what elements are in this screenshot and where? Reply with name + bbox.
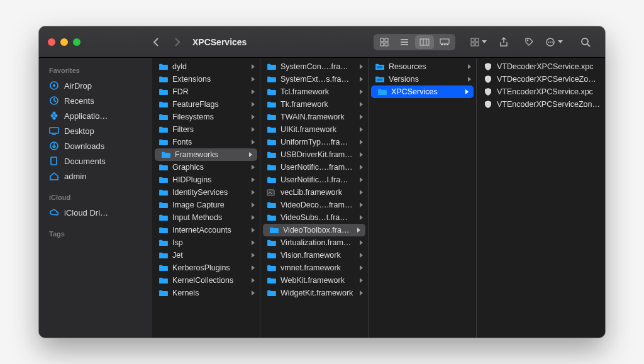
svg-rect-11 bbox=[441, 44, 443, 45]
list-item[interactable]: Virtualization.framework bbox=[260, 236, 368, 249]
back-button[interactable] bbox=[147, 34, 165, 50]
item-name: Virtualization.framework bbox=[280, 238, 353, 247]
item-name: Tk.framework bbox=[280, 100, 353, 109]
gallery-view-button[interactable] bbox=[435, 35, 454, 49]
sidebar-item[interactable]: admin bbox=[44, 168, 147, 184]
list-item[interactable]: WidgetKit.framework bbox=[260, 287, 368, 299]
list-item[interactable]: Vision.framework bbox=[260, 249, 368, 262]
list-item[interactable]: VideoToolbox.framework bbox=[263, 224, 365, 236]
svg-rect-13 bbox=[447, 44, 448, 45]
shield-icon bbox=[483, 87, 493, 96]
folder-icon bbox=[375, 75, 385, 84]
documents-icon bbox=[49, 156, 59, 166]
close-window-button[interactable] bbox=[48, 38, 55, 46]
list-item[interactable]: Kernels bbox=[152, 287, 260, 299]
list-item[interactable]: UIKit.framework bbox=[260, 123, 368, 136]
column[interactable]: VTDecoderXPCService.xpcVTDecoderXPCServi… bbox=[477, 58, 605, 338]
list-item[interactable]: Tcl.framework bbox=[260, 85, 368, 98]
list-item[interactable]: FeatureFlags bbox=[152, 98, 260, 111]
list-item[interactable]: WebKit.framework bbox=[260, 274, 368, 287]
item-name: FDR bbox=[172, 87, 245, 96]
list-item[interactable]: XPCServices bbox=[371, 85, 474, 98]
column[interactable]: ResourcesVersionsXPCServices bbox=[369, 58, 477, 338]
sidebar-item[interactable]: Documents bbox=[44, 153, 147, 168]
list-item[interactable]: SystemExt…s.framework bbox=[260, 73, 368, 85]
content-area: FavoritesAirDropRecentsApplicatio…Deskto… bbox=[39, 58, 605, 338]
list-view-button[interactable] bbox=[395, 35, 414, 49]
svg-rect-1 bbox=[385, 38, 388, 41]
item-name: Input Methods bbox=[172, 213, 245, 222]
list-item[interactable]: Input Methods bbox=[152, 211, 260, 224]
column-view-button[interactable] bbox=[415, 35, 434, 49]
clock-icon bbox=[49, 96, 59, 106]
item-name: Filesystems bbox=[172, 113, 245, 121]
list-item[interactable]: KerberosPlugins bbox=[152, 262, 260, 274]
list-item[interactable]: TWAIN.framework bbox=[260, 111, 368, 123]
folder-icon bbox=[267, 163, 277, 172]
folder-icon bbox=[267, 201, 277, 209]
folder-icon bbox=[267, 175, 277, 184]
list-item[interactable]: Fonts bbox=[152, 136, 260, 148]
sidebar-item[interactable]: Desktop bbox=[44, 123, 147, 138]
list-item[interactable]: VideoSubs…t.framework bbox=[260, 211, 368, 224]
folder-icon bbox=[269, 226, 279, 234]
list-item[interactable]: Isp bbox=[152, 236, 260, 249]
forward-button[interactable] bbox=[169, 34, 186, 50]
list-item[interactable]: FDR bbox=[152, 85, 260, 98]
item-name: vmnet.framework bbox=[280, 263, 353, 272]
item-name: UniformTyp….framework bbox=[280, 138, 353, 146]
shield-icon bbox=[483, 62, 493, 71]
action-button[interactable] bbox=[543, 34, 565, 50]
list-item[interactable]: HIDPlugins bbox=[152, 174, 260, 186]
list-item[interactable]: vmnet.framework bbox=[260, 262, 368, 274]
sidebar-item[interactable]: iCloud Dri… bbox=[44, 205, 147, 220]
list-item[interactable]: VTDecoderXPCServiceZonto.xpc bbox=[477, 73, 605, 85]
list-item[interactable]: VideoDeco….framework bbox=[260, 199, 368, 211]
folder-icon bbox=[267, 276, 277, 285]
svg-point-22 bbox=[552, 41, 553, 43]
list-item[interactable]: dyld bbox=[152, 60, 260, 73]
sidebar-item-label: Documents bbox=[64, 157, 106, 166]
share-button[interactable] bbox=[493, 34, 514, 50]
list-item[interactable]: Image Capture bbox=[152, 199, 260, 211]
list-item[interactable]: InternetAccounts bbox=[152, 224, 260, 236]
list-item[interactable]: VTEncoderXPCServiceZonto.xpc bbox=[477, 98, 605, 111]
icon-view-button[interactable] bbox=[375, 35, 394, 49]
home-icon bbox=[49, 171, 59, 181]
minimize-window-button[interactable] bbox=[60, 38, 68, 46]
cloud-icon bbox=[49, 207, 59, 218]
list-item[interactable]: IdentityServices bbox=[152, 186, 260, 199]
sidebar-item[interactable]: Downloads bbox=[44, 138, 147, 153]
shield-icon bbox=[483, 75, 493, 84]
list-item[interactable]: Jet bbox=[152, 249, 260, 262]
column[interactable]: SystemCon….frameworkSystemExt…s.framewor… bbox=[260, 58, 369, 338]
list-item[interactable]: Versions bbox=[369, 73, 476, 85]
list-item[interactable]: VTDecoderXPCService.xpc bbox=[477, 60, 605, 73]
list-item[interactable]: USBDriverKit.framework bbox=[260, 148, 368, 161]
folder-icon bbox=[267, 75, 277, 84]
list-item[interactable]: Extensions bbox=[152, 73, 260, 85]
item-name: Frameworks bbox=[175, 150, 243, 159]
list-item[interactable]: Graphics bbox=[152, 161, 260, 174]
list-item[interactable]: SystemCon….framework bbox=[260, 60, 368, 73]
list-item[interactable]: UserNotific….framework bbox=[260, 161, 368, 174]
list-item[interactable]: KernelCollections bbox=[152, 274, 260, 287]
list-item[interactable]: UniformTyp….framework bbox=[260, 136, 368, 148]
list-item[interactable]: Filesystems bbox=[152, 111, 260, 123]
list-item[interactable]: vecLib.framework bbox=[260, 186, 368, 199]
list-item[interactable]: Frameworks bbox=[155, 148, 257, 161]
list-item[interactable]: Filters bbox=[152, 123, 260, 136]
search-button[interactable] bbox=[575, 34, 596, 50]
list-item[interactable]: VTEncoderXPCService.xpc bbox=[477, 85, 605, 98]
column[interactable]: dyldExtensionsFDRFeatureFlagsFilesystems… bbox=[152, 58, 260, 338]
sidebar-item[interactable]: AirDrop bbox=[44, 78, 147, 93]
zoom-window-button[interactable] bbox=[73, 38, 80, 46]
sidebar-item[interactable]: Recents bbox=[44, 93, 147, 108]
folder-icon bbox=[158, 138, 169, 146]
list-item[interactable]: UserNotific…I.framework bbox=[260, 174, 368, 186]
group-by-button[interactable] bbox=[468, 34, 489, 50]
sidebar-item[interactable]: Applicatio… bbox=[44, 108, 147, 123]
tags-button[interactable] bbox=[518, 34, 540, 50]
list-item[interactable]: Tk.framework bbox=[260, 98, 368, 111]
list-item[interactable]: Resources bbox=[369, 60, 476, 73]
